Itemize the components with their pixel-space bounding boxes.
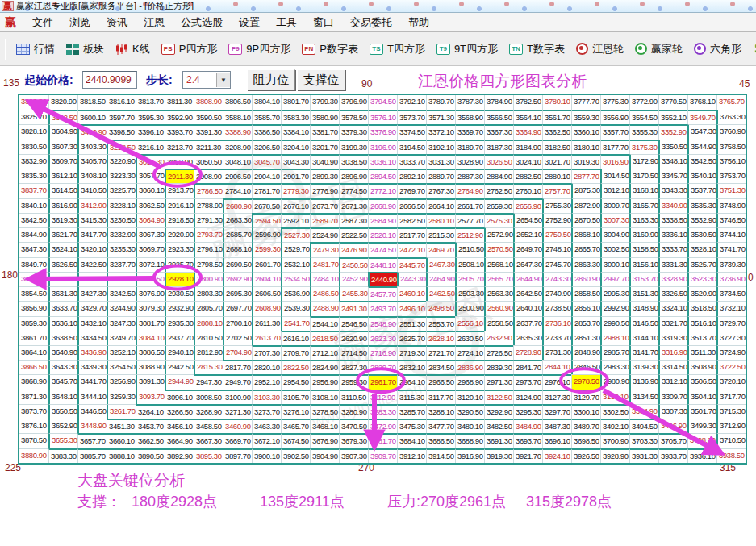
grid-cell[interactable]: 3890.50 [136,448,165,463]
grid-cell[interactable]: 2997.70 [600,272,629,286]
grid-cell[interactable]: 3297.70 [542,404,571,419]
grid-cell[interactable]: 2697.70 [223,301,252,315]
grid-cell[interactable]: 2880.10 [542,169,571,183]
grid-cell[interactable]: 2827.30 [339,360,368,374]
grid-cell[interactable]: 3084.10 [136,331,165,345]
grid-cell[interactable]: 3499.30 [687,419,716,433]
grid-cell[interactable]: 3360.10 [571,124,600,139]
grid-cell[interactable]: 2630.50 [455,331,484,345]
grid-cell[interactable]: 3288.10 [426,404,455,419]
grid-cell[interactable]: 2577.70 [455,213,484,227]
menu-item-窗口[interactable]: 窗口 [305,13,342,32]
grid-cell[interactable]: 2493.70 [368,301,397,315]
menu-item-公式选股[interactable]: 公式选股 [173,13,231,32]
toolbar-button-T四方形[interactable]: TST四方形 [364,39,431,60]
grid-cell[interactable]: 2762.50 [484,183,513,198]
grid-cell[interactable]: 3739.30 [716,257,746,272]
grid-cell[interactable]: 2815.30 [194,360,223,374]
grid-cell[interactable]: 2839.30 [484,360,513,374]
grid-cell[interactable]: 3708.10 [687,433,716,448]
grid-cell[interactable]: 2592.10 [281,213,310,227]
toolbar-button-江恩轮[interactable]: 江恩轮 [570,39,629,60]
grid-cell[interactable]: 3213.70 [165,140,194,154]
grid-cell[interactable]: 3052.90 [165,154,194,169]
grid-cell[interactable]: 3225.70 [107,183,136,198]
grid-cell[interactable]: 3715.30 [716,404,746,419]
grid-cell[interactable]: 3540.10 [687,169,716,183]
grid-cell[interactable]: 3103.30 [252,390,281,404]
grid-cell[interactable]: 2527.30 [281,227,310,242]
grid-cell[interactable]: 2702.50 [223,331,252,345]
grid-cell[interactable]: 3883.30 [48,448,77,463]
grid-cell[interactable]: 3146.50 [629,316,658,331]
grid-cell[interactable]: 2755.30 [542,198,571,213]
grid-cell[interactable]: 3825.70 [19,110,48,124]
grid-cell[interactable]: 2457.70 [368,286,397,301]
grid-cell[interactable]: 2568.10 [484,257,513,272]
grid-cell[interactable]: 3259.30 [107,390,136,404]
grid-cell-support-135[interactable]: 2911.30 [165,169,194,183]
grid-cell[interactable]: 3012.10 [600,183,629,198]
grid-cell[interactable]: 3432.10 [77,316,107,331]
grid-cell[interactable]: 2496.10 [397,301,426,315]
grid-cell[interactable]: 3120.10 [455,390,484,404]
grid-cell[interactable]: 3732.10 [716,301,746,315]
grid-cell[interactable]: 3532.90 [687,213,716,227]
grid-cell[interactable]: 3355.30 [629,124,658,139]
grid-cell-pressure-270[interactable]: 2961.70 [368,374,397,389]
grid-cell[interactable]: 3780.10 [542,95,571,110]
grid-cell[interactable]: 3463.30 [252,419,281,433]
grid-cell[interactable]: 3247.30 [107,316,136,331]
grid-cell[interactable]: 2976.10 [542,374,571,389]
grid-cell[interactable]: 3218.50 [107,140,136,154]
grid-cell[interactable]: 3009.70 [600,198,629,213]
grid-cell[interactable]: 2724.10 [455,345,484,360]
grid-cell[interactable]: 3141.70 [629,345,658,360]
toolbar-button-板块[interactable]: 板块 [61,39,110,60]
grid-cell[interactable]: 2520.10 [368,227,397,242]
grid-cell[interactable]: 3729.70 [716,316,746,331]
grid-cell[interactable]: 3816.10 [107,95,136,110]
grid-cell[interactable]: 3093.70 [136,390,165,404]
grid-cell[interactable]: 3496.90 [658,419,687,433]
grid-cell[interactable]: 3520.90 [687,286,716,301]
grid-cell[interactable]: 2774.50 [339,183,368,198]
grid-cell[interactable]: 3122.50 [484,390,513,404]
toolbar-grip[interactable] [5,39,6,60]
grid-cell[interactable]: 2661.70 [455,198,484,213]
grid-cell[interactable]: 3240.10 [107,272,136,286]
grid-cell[interactable]: 2652.10 [513,227,542,242]
grid-cell[interactable]: 2738.50 [542,301,571,315]
grid-cell[interactable]: 3328.90 [658,272,687,286]
grid-cell[interactable]: 3878.50 [19,433,48,448]
grid-cell-pressure-315[interactable]: 2978.50 [571,374,600,389]
grid-cell[interactable]: 2676.10 [281,198,310,213]
grid-cell[interactable]: 2788.90 [194,198,223,213]
grid-cell[interactable]: 3854.50 [19,286,48,301]
grid-cell[interactable]: 2692.90 [223,272,252,286]
grid-cell[interactable]: 3024.10 [513,154,542,169]
grid-cell[interactable]: 3513.70 [687,331,716,345]
grid-cell[interactable]: 3280.90 [339,404,368,419]
grid-cell[interactable]: 3376.90 [368,124,397,139]
grid-cell[interactable]: 3751.30 [716,183,746,198]
grid-cell[interactable]: 3223.30 [107,169,136,183]
grid-cell[interactable]: 2836.90 [455,360,484,374]
grid-cell[interactable]: 3369.70 [455,124,484,139]
grid-cell[interactable]: 3388.90 [223,124,252,139]
grid-cell[interactable]: 3789.70 [426,95,455,110]
grid-cell[interactable]: 3895.30 [194,448,223,463]
grid-cell[interactable]: 3583.30 [281,110,310,124]
grid-cell[interactable]: 3592.90 [165,110,194,124]
grid-cell[interactable]: 2899.30 [310,169,339,183]
grid-cell[interactable]: 3074.50 [136,272,165,286]
grid-cell[interactable]: 2721.70 [426,345,455,360]
grid-cell[interactable]: 3201.70 [310,140,339,154]
grid-cell[interactable]: 2865.70 [571,242,600,256]
grid-cell[interactable]: 3256.90 [107,374,136,389]
grid-cell[interactable]: 3021.70 [542,154,571,169]
grid-cell[interactable]: 3856.90 [19,301,48,315]
grid-cell[interactable]: 3758.50 [716,140,746,154]
grid-cell[interactable]: 3760.90 [716,124,746,139]
grid-cell[interactable]: 3264.10 [136,404,165,419]
